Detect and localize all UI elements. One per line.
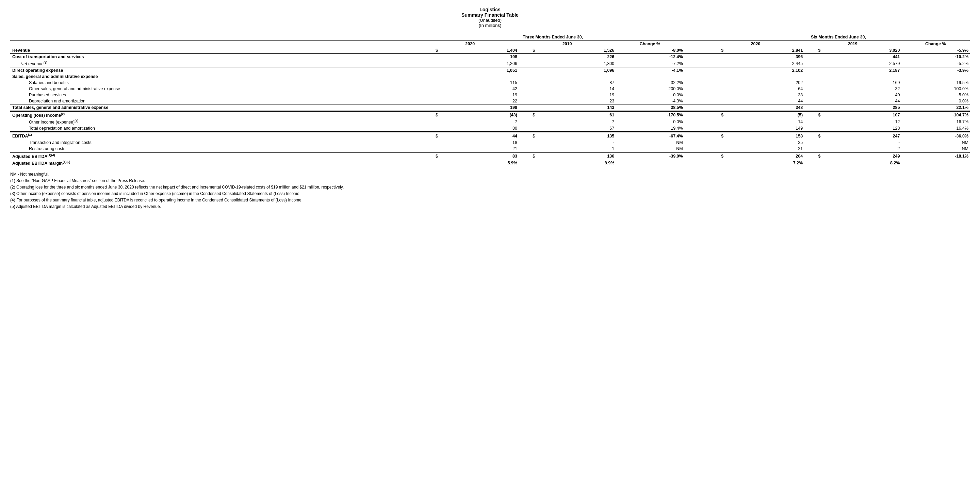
row-value: -5.2% — [901, 60, 970, 67]
dollar-sign — [804, 80, 821, 86]
column-spacer — [684, 73, 707, 80]
dollar-sign: $ — [519, 47, 536, 54]
row-value: -39.0% — [616, 152, 684, 159]
row-value — [616, 73, 684, 80]
dollar-sign: $ — [707, 47, 724, 54]
row-label: Transaction and integration costs — [10, 140, 422, 146]
table-row: Cost of transportation and services19822… — [10, 54, 970, 60]
row-value: 67 — [536, 125, 616, 132]
row-value: NM — [616, 140, 684, 146]
row-value: 19 — [536, 92, 616, 98]
dollar-sign — [422, 67, 439, 74]
row-value: 3,020 — [821, 47, 901, 54]
row-value: 2,445 — [724, 60, 804, 67]
row-value: NM — [616, 146, 684, 153]
dollar-sign — [422, 80, 439, 86]
dollar-sign: $ — [422, 111, 439, 119]
dollar-sign — [422, 86, 439, 92]
row-value: 21 — [439, 146, 519, 153]
row-value: 42 — [439, 86, 519, 92]
row-value: 247 — [821, 132, 901, 140]
row-value: 198 — [439, 105, 519, 111]
row-value: 158 — [724, 132, 804, 140]
column-spacer — [684, 92, 707, 98]
row-value: 44 — [439, 132, 519, 140]
row-label: Sales, general and administrative expens… — [10, 73, 422, 80]
row-value: 1,206 — [439, 60, 519, 67]
dollar-sign: $ — [804, 152, 821, 159]
dollar-sign — [422, 54, 439, 60]
row-value — [724, 73, 804, 80]
row-value: 19.5% — [901, 80, 970, 86]
table-row: Purchased services19190.0%3840-5.0% — [10, 92, 970, 98]
row-value: 16.4% — [901, 125, 970, 132]
row-value: 2,102 — [724, 67, 804, 74]
footnote-section: NM - Not meaningful. (1) See the “Non-GA… — [10, 172, 970, 209]
dollar-sign — [422, 146, 439, 153]
row-value: (43) — [439, 111, 519, 119]
row-value: 14 — [724, 118, 804, 125]
row-value: 22.1% — [901, 105, 970, 111]
row-value: 169 — [821, 80, 901, 86]
column-spacer — [684, 111, 707, 119]
dollar-sign — [422, 98, 439, 105]
h1-chg-header: Change % — [901, 41, 970, 47]
row-value: 44 — [821, 98, 901, 105]
table-row: Restructuring costs211NM212NM — [10, 146, 970, 153]
column-spacer — [684, 159, 707, 166]
row-value: 80 — [439, 125, 519, 132]
column-spacer — [684, 132, 707, 140]
column-spacer — [684, 60, 707, 67]
row-label: EBITDA(1) — [10, 132, 422, 140]
dollar-sign — [707, 80, 724, 86]
dollar-sign — [804, 146, 821, 153]
column-spacer — [684, 54, 707, 60]
dollar-sign — [519, 159, 536, 166]
dollar-sign: $ — [519, 132, 536, 140]
row-value: -5.9% — [901, 47, 970, 54]
dollar-sign — [707, 98, 724, 105]
row-value: 23 — [536, 98, 616, 105]
row-value: 7 — [439, 118, 519, 125]
h1-2019-header: 2019 — [804, 41, 901, 47]
row-value: 200.0% — [616, 86, 684, 92]
row-value: 226 — [536, 54, 616, 60]
row-value: -4.3% — [616, 98, 684, 105]
row-value: 5.9% — [439, 159, 519, 166]
dollar-sign — [519, 146, 536, 153]
dollar-sign — [804, 125, 821, 132]
dollar-sign — [519, 73, 536, 80]
row-value: - — [821, 140, 901, 146]
dollar-sign — [804, 73, 821, 80]
row-value: 18 — [439, 140, 519, 146]
row-value: 1 — [536, 146, 616, 153]
dollar-sign — [422, 73, 439, 80]
title-line4: (In millions) — [10, 23, 970, 28]
row-value: 1,526 — [536, 47, 616, 54]
table-row: Operating (loss) income(2)$(43)$61-170.5… — [10, 111, 970, 119]
dollar-sign — [707, 125, 724, 132]
column-spacer — [684, 105, 707, 111]
row-value: 249 — [821, 152, 901, 159]
row-value: (5) — [724, 111, 804, 119]
dollar-sign — [519, 92, 536, 98]
dollar-sign: $ — [519, 111, 536, 119]
column-spacer — [684, 146, 707, 153]
row-value: 441 — [821, 54, 901, 60]
dollar-sign: $ — [707, 132, 724, 140]
dollar-sign — [804, 54, 821, 60]
row-label: Restructuring costs — [10, 146, 422, 153]
row-value: -10.2% — [901, 54, 970, 60]
row-value: 204 — [724, 152, 804, 159]
footnote-5: (5) Adjusted EBITDA margin is calculated… — [10, 204, 970, 209]
column-spacer — [684, 80, 707, 86]
dollar-sign — [707, 146, 724, 153]
six-months-header: Six Months Ended June 30, — [707, 34, 970, 41]
row-value: -3.9% — [901, 67, 970, 74]
table-row: Adjusted EBITDA margin(1)(5)5.9%8.9%7.2%… — [10, 159, 970, 166]
dollar-sign — [804, 118, 821, 125]
row-value: 32 — [821, 86, 901, 92]
table-row: Total depreciation and amortization80671… — [10, 125, 970, 132]
row-value: 44 — [724, 98, 804, 105]
row-value: 2,579 — [821, 60, 901, 67]
